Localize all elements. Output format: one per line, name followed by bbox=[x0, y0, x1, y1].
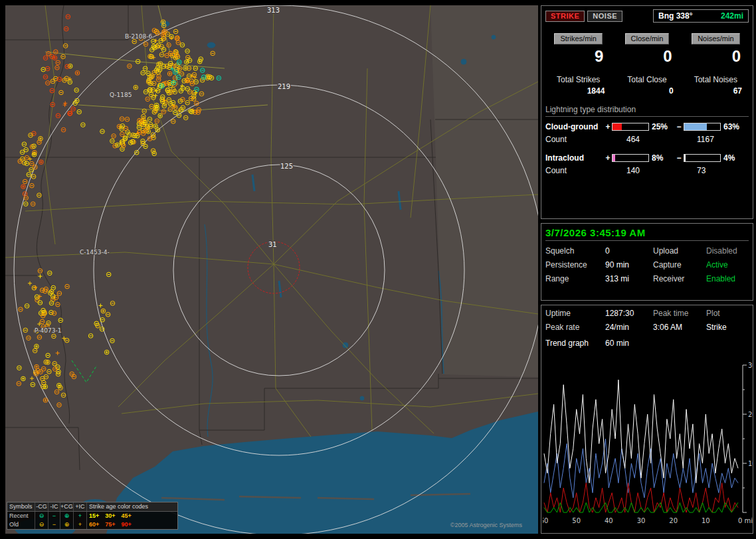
svg-text:10: 10 bbox=[748, 460, 753, 467]
capture-label: Capture bbox=[653, 260, 706, 270]
legend-col-neg-cg: -CG bbox=[35, 502, 48, 511]
peak-time-label: Peak time bbox=[653, 309, 706, 318]
legend-recent-label: Recent bbox=[7, 512, 35, 520]
trend-window-value: 60 min bbox=[605, 339, 749, 348]
legend-header-row: Symbols -CG -IC +CG +IC Strike age color… bbox=[7, 502, 177, 512]
bearing-distance: 242mi bbox=[721, 11, 743, 21]
trend-chart-canvas: 1020306050403020100 min bbox=[543, 358, 753, 532]
close-per-min-chip[interactable]: Close/min bbox=[625, 33, 670, 44]
noises-per-min-chip[interactable]: Noises/min bbox=[692, 33, 739, 44]
svg-text:30: 30 bbox=[637, 517, 646, 524]
minus-sign: − bbox=[674, 153, 684, 163]
svg-text:20: 20 bbox=[669, 517, 678, 524]
noises-per-min-value: 0 bbox=[683, 47, 749, 66]
trend-graph-label: Trend graph bbox=[545, 339, 605, 348]
ic-pos-pct: 8% bbox=[649, 153, 674, 163]
cg-neg-bar bbox=[684, 123, 721, 131]
ic-pos-bar bbox=[612, 154, 649, 162]
cg-pos-count: 464 bbox=[604, 135, 678, 144]
svg-text:20: 20 bbox=[748, 411, 753, 418]
legend-col-pos-ic: +IC bbox=[74, 502, 87, 511]
minus-sign: − bbox=[674, 122, 684, 131]
storm-cell-label: B-2108-6 bbox=[125, 33, 153, 40]
pos-ic-icon: + bbox=[74, 520, 87, 529]
panel-settings: 3/7/2026 3:45:19 AM Squelch 0 Upload Dis… bbox=[541, 223, 753, 301]
noise-mode-button[interactable]: NOISE bbox=[587, 11, 622, 22]
peak-time-value: 3:06 AM bbox=[653, 323, 706, 332]
legend-col-neg-ic: -IC bbox=[48, 502, 60, 511]
neg-ic-icon: − bbox=[48, 512, 60, 520]
age-90: 90+ bbox=[122, 521, 132, 528]
cg-pos-pct: 25% bbox=[649, 122, 674, 131]
age-75: 75+ bbox=[105, 521, 115, 528]
lightning-map[interactable]: 313 219 125 31 B-2108-6 Q-1185 C-1453-4-… bbox=[5, 5, 538, 534]
trend-graph: 1020306050403020100 min bbox=[543, 358, 753, 532]
clock-display: 3/7/2026 3:45:19 AM bbox=[545, 227, 749, 238]
ring-label-125: 125 bbox=[280, 163, 293, 170]
total-close-label: Total Close bbox=[614, 75, 680, 84]
map-canvas[interactable]: 313 219 125 31 B-2108-6 Q-1185 C-1453-4-… bbox=[5, 5, 538, 534]
cloud-ground-row: Cloud-ground + 25% − 63% bbox=[545, 122, 749, 131]
legend-old-row: Old ⊖ − ⊕ + 60+75+90+ bbox=[7, 520, 177, 529]
svg-text:30: 30 bbox=[748, 362, 753, 369]
neg-cg-icon: ⊖ bbox=[35, 520, 48, 529]
squelch-label: Squelch bbox=[545, 246, 605, 256]
receiver-label: Receiver bbox=[653, 274, 706, 283]
legend-old-label: Old bbox=[7, 520, 35, 529]
app-window: 313 219 125 31 B-2108-6 Q-1185 C-1453-4-… bbox=[0, 0, 756, 539]
cloud-ground-label: Cloud-ground bbox=[545, 122, 604, 131]
ring-label-31: 31 bbox=[268, 241, 277, 248]
plus-sign: + bbox=[604, 153, 612, 163]
legend-recent-row: Recent ⊖ − ⊕ + 15+30+45+ bbox=[7, 512, 177, 520]
pos-ic-icon: + bbox=[74, 512, 87, 520]
ring-label-219: 219 bbox=[278, 83, 290, 90]
peak-rate-label: Peak rate bbox=[545, 323, 605, 332]
distribution-title: Lightning type distribution bbox=[545, 105, 749, 114]
close-per-min-value: 0 bbox=[614, 47, 680, 66]
persistence-value: 90 min bbox=[605, 260, 653, 270]
legend-age-title: Strike age color codes bbox=[87, 502, 177, 511]
copyright-text: ©2005 Astrogenic Systems bbox=[450, 522, 522, 528]
range-label: Range bbox=[545, 274, 605, 283]
total-strikes-value: 1844 bbox=[545, 86, 611, 96]
neg-ic-icon: − bbox=[48, 520, 60, 529]
receiver-status: Enabled bbox=[706, 274, 749, 283]
storm-cell-label: Q-1185 bbox=[110, 92, 132, 98]
cg-neg-count: 1167 bbox=[678, 135, 714, 144]
intracloud-count-row: Count 140 73 bbox=[545, 166, 749, 175]
legend-col-pos-cg: +CG bbox=[60, 502, 74, 511]
upload-status: Disabled bbox=[706, 246, 749, 256]
uptime-value: 1287:30 bbox=[605, 309, 653, 318]
svg-text:60: 60 bbox=[543, 517, 548, 524]
count-label: Count bbox=[545, 135, 604, 144]
intracloud-label: Intracloud bbox=[545, 153, 604, 163]
strike-mode-button[interactable]: STRIKE bbox=[545, 11, 585, 22]
total-noises-value: 67 bbox=[683, 86, 749, 96]
ring-label-313: 313 bbox=[267, 7, 280, 14]
storm-cell-label: C-1453-4- bbox=[80, 249, 110, 256]
age-45: 45+ bbox=[122, 512, 132, 519]
sidebar: STRIKE NOISE Bng 338° 242mi Strikes/min … bbox=[539, 0, 756, 539]
ic-neg-count: 73 bbox=[678, 166, 706, 175]
ic-neg-pct: 4% bbox=[721, 153, 749, 163]
ic-pos-count: 140 bbox=[604, 166, 678, 175]
svg-text:40: 40 bbox=[605, 517, 613, 524]
persistence-label: Persistence bbox=[545, 260, 605, 270]
map-legend: Symbols -CG -IC +CG +IC Strike age color… bbox=[7, 502, 178, 530]
cloud-ground-count-row: Count 464 1167 bbox=[545, 135, 749, 144]
age-60: 60+ bbox=[89, 521, 99, 528]
ic-neg-bar bbox=[684, 154, 721, 162]
pos-cg-icon: ⊕ bbox=[60, 520, 74, 529]
peak-rate-value: 24/min bbox=[605, 323, 653, 332]
strikes-per-min-chip[interactable]: Strikes/min bbox=[554, 33, 602, 44]
panel-strike-stats: STRIKE NOISE Bng 338° 242mi Strikes/min … bbox=[541, 5, 753, 219]
panel-trend: Uptime 1287:30 Peak time Plot Peak rate … bbox=[541, 305, 753, 534]
bearing-indicator: Bng 338° 242mi bbox=[653, 9, 749, 23]
squelch-value: 0 bbox=[605, 246, 653, 256]
strikes-per-min-value: 9 bbox=[545, 47, 611, 66]
range-value: 313 mi bbox=[605, 274, 653, 283]
cg-neg-pct: 63% bbox=[721, 122, 749, 131]
total-strikes-label: Total Strikes bbox=[545, 75, 611, 84]
legend-recent-ages: 15+30+45+ bbox=[87, 512, 177, 520]
upload-label: Upload bbox=[653, 246, 706, 256]
